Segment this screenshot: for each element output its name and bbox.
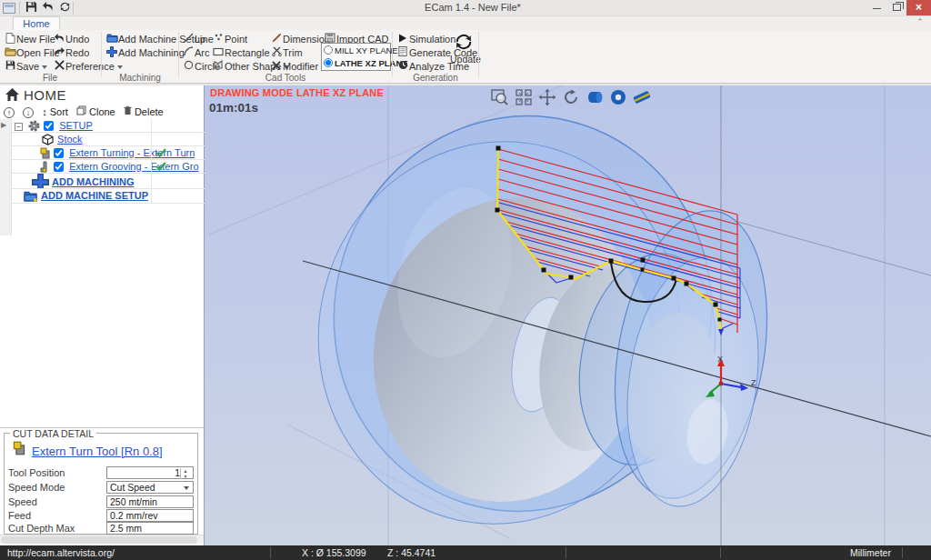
radio-icon[interactable] <box>324 45 333 55</box>
move-up-button[interactable]: ↑ <box>4 105 15 118</box>
rotate-view-button[interactable] <box>561 87 581 107</box>
status-bar: http://ecam.altervista.org/ X : Ø 155.30… <box>0 545 931 560</box>
turn-tool-icon <box>12 441 26 455</box>
panel-title: HOME <box>24 87 66 103</box>
delete-button[interactable]: Delete <box>124 105 164 118</box>
clone-button[interactable]: Clone <box>76 105 115 118</box>
tool-position-spinbox[interactable]: 1▲▼ <box>106 466 194 479</box>
ok-check-icon <box>155 162 166 171</box>
cut-data-detail-box: CUT DATA DETAIL Extern Turn Tool [Rn 0.8… <box>4 433 198 535</box>
rectangle-icon <box>212 46 225 59</box>
iso-view-button[interactable] <box>585 87 605 107</box>
cut-row-tool-position: Tool Position 1▲▼ <box>8 466 195 480</box>
line-icon <box>182 33 195 45</box>
blue-folder-plus-icon <box>23 190 38 202</box>
mill-xy-plane-radio[interactable]: MILL XY PLANE <box>324 45 398 57</box>
add-machine-setup-link[interactable]: ADD MACHINE SETUP <box>41 190 148 201</box>
setup-link[interactable]: SETUP <box>59 120 93 131</box>
extern-turning-checkbox[interactable] <box>54 148 64 158</box>
quick-undo-button[interactable] <box>40 1 56 15</box>
preference-button[interactable]: Preference <box>53 60 123 73</box>
horizontal-scrollbar[interactable] <box>0 535 204 544</box>
open-folder-icon <box>4 46 16 59</box>
home-icon <box>5 87 20 102</box>
setup-checkbox[interactable] <box>44 121 54 131</box>
divider <box>478 32 479 77</box>
tree-row-stock[interactable]: Stock <box>12 133 205 146</box>
move-down-button[interactable]: ↓ <box>23 105 34 118</box>
restore-button[interactable] <box>886 0 906 15</box>
tree-row-extern-turning[interactable]: Extern Turning - Extern Turn <box>12 146 205 160</box>
extern-grooving-checkbox[interactable] <box>54 162 64 172</box>
pan-button[interactable] <box>537 87 557 107</box>
lathe-xz-plane-radio[interactable]: LATHE XZ PLANE <box>324 57 408 70</box>
redo-button[interactable]: Redo <box>53 46 89 59</box>
axis-x-label: X <box>717 355 723 364</box>
dropdown-arrow-icon <box>184 486 189 490</box>
point-icon <box>212 33 225 45</box>
home-header: HOME <box>5 87 66 104</box>
divider <box>73 2 74 15</box>
clone-icon <box>76 105 86 115</box>
extern-turning-link[interactable]: Extern Turning - Extern Turn <box>69 147 195 158</box>
feed-input[interactable]: 0.2 mm/rev <box>106 509 194 522</box>
minimize-button[interactable] <box>866 0 886 15</box>
arc-tool-button[interactable]: Arc <box>182 46 210 59</box>
tab-home[interactable]: Home <box>13 16 60 30</box>
quick-save-button[interactable] <box>23 1 39 15</box>
preference-dropdown-arrow[interactable] <box>117 65 123 69</box>
zoom-window-button[interactable] <box>490 87 510 107</box>
rectangle-tool-button[interactable]: Rectangle <box>212 46 270 59</box>
sort-icon: ↕ <box>42 106 47 117</box>
stock-link[interactable]: Stock <box>57 134 83 145</box>
scrollbar-thumb[interactable] <box>1 536 197 544</box>
speed-mode-select[interactable]: Cut Speed <box>106 481 194 494</box>
update-button[interactable]: Update <box>450 32 477 70</box>
sort-button[interactable]: ↕ Sort <box>42 105 68 118</box>
point-tool-button[interactable]: Point <box>212 33 247 45</box>
quick-refresh-button[interactable] <box>56 1 73 15</box>
cut-row-cut-depth-max: Cut Depth Max 2.5 mm <box>8 522 195 535</box>
tree-row-add-machine-setup[interactable]: ADD MACHINE SETUP <box>12 189 205 204</box>
zoom-extents-button[interactable] <box>514 87 534 107</box>
tree-row-extern-grooving[interactable]: Extern Grooving - Extern Gro <box>12 160 205 174</box>
add-machining-link[interactable]: ADD MACHINING <box>52 176 134 187</box>
open-file-button[interactable]: Open File <box>4 46 60 59</box>
undo-button[interactable]: Undo <box>53 33 89 45</box>
ribbon-collapse-chevron[interactable]: ⌃ <box>916 17 924 26</box>
drawing-mode-label: DRAWING MODE LATHE XZ PLANE <box>210 87 384 98</box>
viewport-3d[interactable]: X Z DRAWING MODE LATHE XZ PLANE 01m:01s <box>205 85 931 545</box>
floppy-icon <box>25 1 37 13</box>
spinner-arrows[interactable]: ▲▼ <box>180 468 190 479</box>
status-url[interactable]: http://ecam.altervista.org/ <box>7 547 115 558</box>
front-view-button[interactable] <box>608 87 628 107</box>
side-view-button[interactable] <box>632 87 652 107</box>
add-machining-button[interactable]: Add Machining <box>105 46 185 59</box>
save-dropdown-arrow[interactable] <box>42 65 47 69</box>
ribbon-tab-row: Home ⌃ <box>0 16 931 30</box>
tree-row-add-machining[interactable]: ADD MACHINING <box>12 174 205 189</box>
modifier-tool-button[interactable]: Modifier <box>270 60 326 73</box>
trim-tool-button[interactable]: Trim <box>270 46 303 59</box>
radio-icon-selected[interactable] <box>324 58 333 67</box>
new-file-button[interactable]: New File <box>4 33 55 45</box>
extern-turn-tool-link[interactable]: Extern Turn Tool [Rn 0.8] <box>32 445 163 458</box>
down-arrow-icon: ↓ <box>23 107 34 118</box>
close-button[interactable]: × <box>906 0 931 15</box>
trash-icon <box>124 105 132 115</box>
line-tool-button[interactable]: Line <box>182 33 214 45</box>
save-button[interactable]: Save <box>4 60 47 73</box>
cut-depth-max-input[interactable]: 2.5 mm <box>106 522 194 535</box>
cut-row-speed-mode: Speed Mode Cut Speed <box>8 481 195 495</box>
collapse-minus-icon[interactable]: − <box>15 123 23 131</box>
extern-grooving-link[interactable]: Extern Grooving - Extern Gro <box>69 161 198 172</box>
app-icon[interactable] <box>3 3 15 14</box>
speed-input[interactable]: 250 mt/min <box>106 495 194 508</box>
simulation-button[interactable]: Simulation <box>396 33 455 45</box>
expander-arrow-icon[interactable]: ▶ <box>1 121 6 129</box>
update-refresh-icon <box>454 32 474 52</box>
cut-row-feed: Feed 0.2 mm/rev <box>8 509 195 523</box>
tree-row-setup[interactable]: − SETUP <box>12 119 205 133</box>
update-label: Update <box>450 54 477 65</box>
undo-icon <box>53 33 65 45</box>
